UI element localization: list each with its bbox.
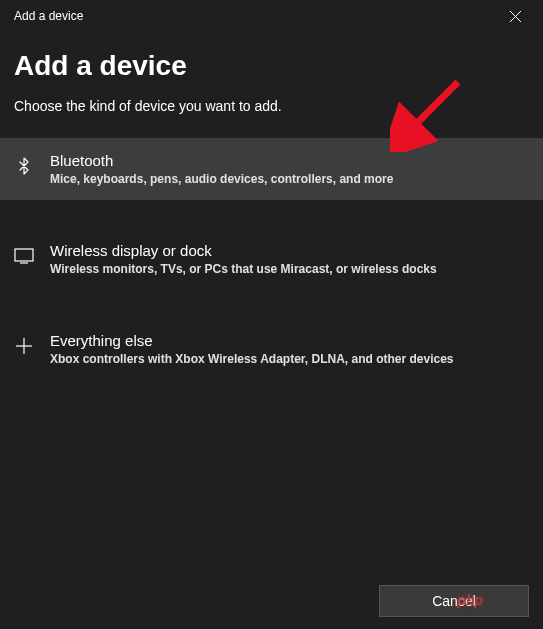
option-title: Wireless display or dock xyxy=(50,242,437,259)
option-title: Bluetooth xyxy=(50,152,393,169)
option-desc: Wireless monitors, TVs, or PCs that use … xyxy=(50,262,437,276)
option-text: Wireless display or dock Wireless monito… xyxy=(50,242,437,276)
option-everything-else[interactable]: Everything else Xbox controllers with Xb… xyxy=(0,318,543,380)
svg-rect-2 xyxy=(15,249,33,261)
option-text: Bluetooth Mice, keyboards, pens, audio d… xyxy=(50,152,393,186)
content: Add a device Choose the kind of device y… xyxy=(0,32,543,380)
option-text: Everything else Xbox controllers with Xb… xyxy=(50,332,454,366)
close-icon xyxy=(510,11,521,22)
option-bluetooth[interactable]: Bluetooth Mice, keyboards, pens, audio d… xyxy=(0,138,543,200)
option-desc: Xbox controllers with Xbox Wireless Adap… xyxy=(50,352,454,366)
option-desc: Mice, keyboards, pens, audio devices, co… xyxy=(50,172,393,186)
bluetooth-icon xyxy=(14,156,34,176)
display-icon xyxy=(14,246,34,266)
page-title: Add a device xyxy=(14,50,529,82)
option-title: Everything else xyxy=(50,332,454,349)
window-title: Add a device xyxy=(14,9,83,23)
page-subtitle: Choose the kind of device you want to ad… xyxy=(14,98,529,114)
option-wireless-display[interactable]: Wireless display or dock Wireless monito… xyxy=(0,228,543,290)
plus-icon xyxy=(14,336,34,356)
titlebar: Add a device xyxy=(0,0,543,32)
close-button[interactable] xyxy=(501,2,529,30)
footer: Cancel xyxy=(379,585,529,617)
cancel-button[interactable]: Cancel xyxy=(379,585,529,617)
